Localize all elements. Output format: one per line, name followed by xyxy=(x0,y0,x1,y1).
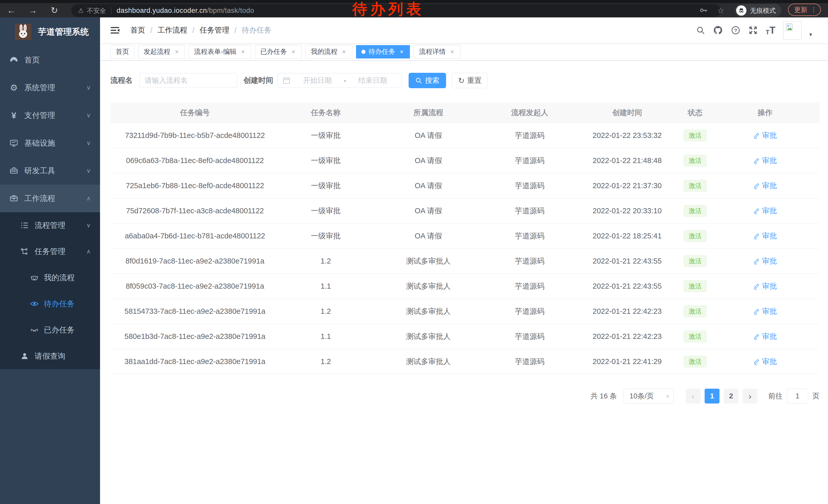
url-path[interactable]: /bpm/task/todo xyxy=(207,7,254,15)
sidebar-item-payment[interactable]: ¥ 支付管理 ∨ xyxy=(0,101,100,129)
browser-menu-icon[interactable]: ⋮ xyxy=(811,6,817,13)
not-secure-warning-icon[interactable]: ⚠ xyxy=(78,7,84,14)
approve-link[interactable]: 审批 xyxy=(753,281,777,291)
search-icon[interactable] xyxy=(696,26,705,35)
search-button-label[interactable]: 搜索 xyxy=(425,76,440,85)
sidebar-item-process-mgmt[interactable]: 流程管理 ∨ xyxy=(0,212,100,238)
browser-update-button[interactable]: 更新 ⋮ xyxy=(788,4,821,16)
reload-icon[interactable]: ↻ xyxy=(49,5,60,15)
cell-task-name: 1.2 xyxy=(280,307,372,316)
approve-link-label[interactable]: 审批 xyxy=(762,357,777,367)
approve-link[interactable]: 审批 xyxy=(753,131,777,141)
menu-fold-icon[interactable] xyxy=(110,25,120,35)
sidebar-item-leave-query[interactable]: 请假查询 xyxy=(0,343,100,369)
tab-label[interactable]: 首页 xyxy=(116,47,129,56)
process-name-input[interactable] xyxy=(139,73,237,88)
font-size-icon[interactable]: TT xyxy=(766,25,776,36)
page-size-value[interactable]: 10条/页 xyxy=(629,391,654,401)
tab[interactable]: 待办任务 × xyxy=(356,45,410,58)
close-tab-icon[interactable]: × xyxy=(449,48,455,55)
prev-page-button[interactable]: ‹ xyxy=(686,388,701,404)
back-icon[interactable]: ← xyxy=(6,5,17,15)
url-host[interactable]: dashboard.yudao.iocoder.cn xyxy=(117,7,207,15)
approve-link-label[interactable]: 审批 xyxy=(762,256,777,266)
sidebar-item-home[interactable]: 首页 xyxy=(0,46,100,74)
close-tab-icon[interactable]: × xyxy=(174,48,179,55)
breadcrumb-workflow[interactable]: 工作流程 xyxy=(158,25,187,35)
approve-link[interactable]: 审批 xyxy=(753,357,777,367)
tab-label[interactable]: 已办任务 xyxy=(260,47,287,56)
tab[interactable]: 已办任务 × xyxy=(255,45,302,58)
tab-label[interactable]: 待办任务 xyxy=(369,47,395,56)
approve-link[interactable]: 审批 xyxy=(753,331,777,342)
approve-link-label[interactable]: 审批 xyxy=(762,331,777,342)
end-date-placeholder[interactable]: 结束日期 xyxy=(347,76,398,85)
sidebar-item-todo-tasks[interactable]: 待办任务 xyxy=(0,291,100,317)
sidebar-item-infra[interactable]: 基础设施 ∨ xyxy=(0,129,100,157)
approve-link-label[interactable]: 审批 xyxy=(762,181,777,191)
bookmark-star-icon[interactable]: ☆ xyxy=(717,3,724,17)
sidebar-item-label: 任务管理 xyxy=(0,246,66,257)
pencil-icon xyxy=(753,132,760,139)
close-tab-icon[interactable]: × xyxy=(240,48,246,55)
github-icon[interactable] xyxy=(713,25,723,35)
tab[interactable]: 我的流程 × xyxy=(305,45,352,58)
tab[interactable]: 首页 xyxy=(110,45,134,58)
avatar[interactable] xyxy=(783,21,801,40)
close-tab-icon[interactable]: × xyxy=(399,48,405,55)
approve-link[interactable]: 审批 xyxy=(753,206,777,216)
dashboard-icon xyxy=(8,54,20,66)
approve-link[interactable]: 审批 xyxy=(753,231,777,241)
page-number-button[interactable]: 1 xyxy=(705,388,719,404)
goto-page-input[interactable] xyxy=(787,388,808,404)
sidebar-item-devtools[interactable]: 研发工具 ∨ xyxy=(0,157,100,185)
approve-link-label[interactable]: 审批 xyxy=(762,155,777,166)
forward-icon[interactable]: → xyxy=(27,5,38,15)
filter-form: 流程名 创建时间 开始日期 - 结束日期 搜索 ↻ xyxy=(110,73,820,88)
table-header-row: 任务编号 任务名称 所属流程 流程发起人 创建时间 状态 操作 xyxy=(110,102,820,123)
approve-link[interactable]: 审批 xyxy=(753,306,777,317)
tab[interactable]: 流程表单-编辑 × xyxy=(189,45,251,58)
update-label[interactable]: 更新 xyxy=(794,5,808,14)
page-number-button[interactable]: 2 xyxy=(723,388,739,404)
reset-button[interactable]: ↻ 重置 xyxy=(452,73,488,88)
sidebar-item-task-mgmt[interactable]: 任务管理 ∧ xyxy=(0,238,100,265)
tab-label[interactable]: 我的流程 xyxy=(311,47,338,56)
tab[interactable]: 发起流程 × xyxy=(138,45,185,58)
approve-link-label[interactable]: 审批 xyxy=(762,281,777,291)
status-badge: 激活 xyxy=(684,205,706,217)
approve-link[interactable]: 审批 xyxy=(753,155,777,166)
approve-link-label[interactable]: 审批 xyxy=(762,131,777,141)
breadcrumb-home[interactable]: 首页 xyxy=(130,25,145,35)
tab[interactable]: 流程详情 × xyxy=(414,45,460,58)
close-tab-icon[interactable]: × xyxy=(291,48,296,55)
tab-label[interactable]: 流程详情 xyxy=(419,47,446,56)
chevron-down-icon[interactable]: ▾ xyxy=(809,31,812,38)
approve-link-label[interactable]: 审批 xyxy=(762,231,777,241)
password-key-icon[interactable] xyxy=(699,3,707,17)
cell-created: 2022-01-21 22:43:55 xyxy=(575,282,680,290)
tab-label[interactable]: 流程表单-编辑 xyxy=(194,47,237,56)
sidebar-item-done-tasks[interactable]: 已办任务 xyxy=(0,317,100,343)
close-tab-icon[interactable]: × xyxy=(341,48,347,55)
help-icon[interactable]: ? xyxy=(731,26,741,35)
date-range-picker[interactable]: 开始日期 - 结束日期 xyxy=(277,73,402,88)
fullscreen-icon[interactable] xyxy=(748,26,758,35)
sidebar-item-my-process[interactable]: 我的流程 xyxy=(0,265,100,291)
sidebar-item-system[interactable]: ⚙ 系统管理 ∨ xyxy=(0,74,100,101)
breadcrumb-task-mgmt[interactable]: 任务管理 xyxy=(200,25,229,35)
page-size-select[interactable]: 10条/页 ∨ xyxy=(624,388,674,404)
sidebar-item-workflow[interactable]: 工作流程 ∧ xyxy=(0,185,100,212)
security-label[interactable]: 不安全 xyxy=(87,6,106,15)
reset-button-label[interactable]: 重置 xyxy=(467,76,482,85)
app-logo-row[interactable]: 芋道管理系统 xyxy=(0,17,100,46)
tab-label[interactable]: 发起流程 xyxy=(143,47,170,56)
approve-link[interactable]: 审批 xyxy=(753,256,777,266)
start-date-placeholder[interactable]: 开始日期 xyxy=(292,76,343,85)
next-page-button[interactable]: › xyxy=(743,388,757,404)
approve-link-label[interactable]: 审批 xyxy=(762,206,777,216)
approve-link-label[interactable]: 审批 xyxy=(762,306,777,317)
status-badge: 激活 xyxy=(684,356,706,367)
approve-link[interactable]: 审批 xyxy=(753,181,777,191)
search-button[interactable]: 搜索 xyxy=(409,73,446,88)
